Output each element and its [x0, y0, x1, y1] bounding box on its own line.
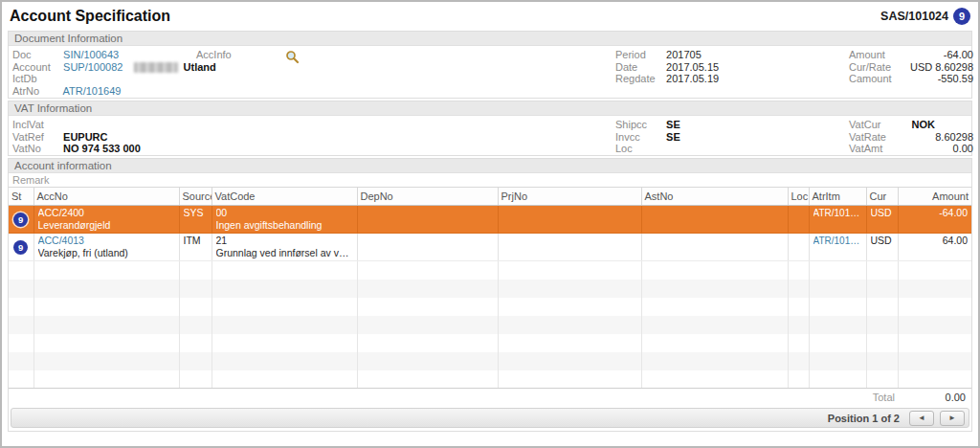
amount-label: Amount: [849, 49, 901, 61]
vatrate-label: VatRate: [849, 131, 901, 144]
atrno-link[interactable]: ATR/101649: [62, 85, 121, 97]
col-vatcode: VatCode: [212, 188, 357, 206]
col-st: St: [9, 188, 33, 206]
field-loc: Loc: [615, 143, 835, 155]
col-atritm: AtrItm: [809, 188, 866, 206]
ictdb-label: IctDb: [12, 73, 60, 85]
col-accno: AccNo: [33, 188, 179, 206]
total-row: Total 0.00: [9, 389, 971, 406]
accinfo-field: AccInfo: [196, 49, 232, 60]
doc-label: Doc: [12, 49, 60, 61]
empty-row: [9, 352, 971, 370]
table-header-row: St AccNo Source VatCode DepNo PrjNo AstN…: [9, 188, 971, 206]
account-name: Varekjøp, fri (utland): [38, 247, 175, 259]
vatcur-value: NOK: [901, 119, 973, 131]
accno-link[interactable]: ACC/4013: [38, 235, 175, 247]
doc-fields-middle: Period 201705 Date 2017.05.15 Regdate 20…: [615, 49, 835, 85]
col-amount: Amount: [898, 188, 971, 206]
vatamt-label: VatAmt: [849, 143, 901, 155]
account-link[interactable]: SUP/100082: [63, 61, 122, 73]
account-lines-table: St AccNo Source VatCode DepNo PrjNo AstN…: [9, 187, 971, 389]
prjno-cell: [498, 234, 641, 261]
field-vatref: VatRef EUPURC: [12, 131, 300, 144]
period-value: 201705: [666, 49, 702, 60]
atritm-link[interactable]: ATR/101649-7: [813, 235, 862, 247]
col-prjno: PrjNo: [498, 188, 641, 206]
field-date: Date 2017.05.15: [615, 61, 835, 74]
document-information-header: Document Information: [9, 32, 971, 46]
field-shipcc: Shipcc SE: [615, 119, 835, 131]
vatref-label: VatRef: [12, 131, 60, 144]
invcc-label: Invcc: [615, 131, 663, 144]
arrow-left-icon: ◄: [918, 414, 925, 422]
empty-row: [9, 261, 971, 280]
document-reference: SAS/101024 9: [880, 8, 970, 25]
shipcc-value: SE: [666, 119, 680, 130]
remark-label: Remark: [9, 173, 971, 187]
vatcur-label: VatCur: [849, 119, 901, 131]
amount-value: 64.00: [902, 235, 969, 247]
prjno-cell: [498, 206, 641, 234]
cur-value: USD: [871, 235, 894, 247]
shipcc-label: Shipcc: [615, 119, 663, 131]
field-currate: Cur/Rate USD 8.60298: [849, 61, 973, 74]
field-period: Period 201705: [615, 49, 835, 61]
vat-information-header: VAT Information: [9, 101, 971, 116]
table-row-selected[interactable]: 9 ACC/2400 Leverandørgjeld SYS 00 Ingen …: [9, 206, 971, 234]
field-camount: Camount -550.59: [849, 73, 973, 85]
loc-cell: [788, 206, 809, 234]
vatno-label: VatNo: [12, 143, 60, 155]
field-inclvat: InclVat: [12, 119, 300, 131]
camount-value: -550.59: [901, 73, 973, 85]
empty-row: [9, 316, 971, 334]
vat-fields-middle: Shipcc SE Invcc SE Loc: [615, 119, 835, 155]
currate-label: Cur/Rate: [849, 61, 901, 74]
field-atrno: AtrNo ATR/101649: [12, 85, 300, 98]
col-depno: DepNo: [357, 188, 498, 206]
empty-row: [9, 370, 971, 389]
field-ictdb: IctDb: [12, 73, 300, 85]
field-vatno: VatNo NO 974 533 000: [12, 143, 300, 155]
vatamt-value: 0.00: [901, 143, 973, 155]
search-icon: [285, 50, 300, 64]
loc-label: Loc: [615, 143, 663, 155]
accinfo-search-button[interactable]: [285, 50, 300, 67]
vatno-value: NO 974 533 000: [63, 143, 141, 154]
invcc-value: SE: [666, 131, 680, 143]
doc-link[interactable]: SIN/100643: [63, 49, 119, 60]
doc-fields-left: Doc SIN/100643 Account SUP/100082 Utland…: [12, 49, 300, 97]
camount-label: Camount: [849, 73, 901, 85]
table-row[interactable]: 9 ACC/4013 Varekjøp, fri (utland) ITM 21…: [9, 234, 971, 261]
accinfo-label: AccInfo: [196, 49, 232, 60]
field-vatcur: VatCur NOK: [849, 119, 973, 131]
account-name-suffix: Utland: [184, 61, 216, 73]
atritm-link[interactable]: ATR/101649-5: [813, 207, 862, 219]
astno-cell: [641, 206, 788, 234]
account-information-header: Account information: [9, 159, 971, 173]
vat-fields-right: VatCur NOK VatRate 8.60298 VatAmt 0.00: [849, 119, 973, 155]
inclvat-label: InclVat: [12, 119, 60, 131]
currate-value: USD 8.60298: [901, 61, 973, 74]
regdate-value: 2017.05.19: [666, 73, 719, 84]
position-label: Position 1 of 2: [828, 413, 900, 424]
empty-row: [9, 280, 971, 298]
account-name: Leverandørgjeld: [38, 219, 175, 232]
doc-fields-right: Amount -64.00 Cur/Rate USD 8.60298 Camou…: [849, 49, 973, 85]
col-loc: Loc: [788, 188, 809, 206]
accno-link[interactable]: ACC/2400: [38, 207, 175, 219]
vat-fields-left: InclVat VatRef EUPURC VatNo NO 974 533 0…: [12, 119, 300, 155]
depno-cell: [357, 234, 498, 261]
field-doc: Doc SIN/100643: [12, 49, 300, 61]
empty-row: [9, 334, 971, 352]
amount-value: -64.00: [901, 49, 973, 61]
col-source: Source: [179, 188, 212, 206]
vatcode-desc: Ingen avgiftsbehandling: [216, 219, 353, 232]
next-position-button[interactable]: ►: [940, 411, 965, 426]
col-cur: Cur: [866, 188, 898, 206]
arrow-right-icon: ►: [948, 414, 956, 422]
source-value: ITM: [184, 235, 208, 247]
document-information-panel: Document Information Doc SIN/100643 Acco…: [8, 31, 972, 99]
vatcode-desc: Grunnlag ved innførsel av varer. Hø...: [216, 247, 353, 259]
account-specification-window: Account Specification SAS/101024 9 Docum…: [0, 0, 980, 448]
previous-position-button[interactable]: ◄: [909, 411, 934, 426]
